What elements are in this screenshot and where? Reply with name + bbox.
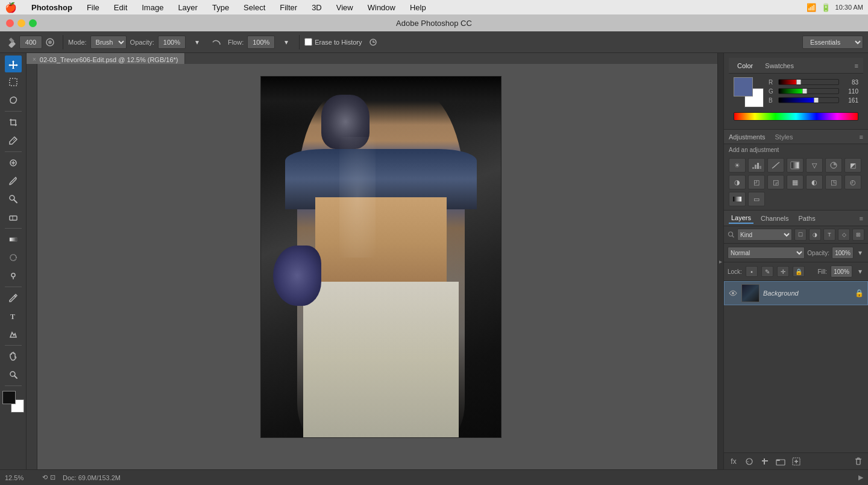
fill-expand-btn[interactable]: ▾ xyxy=(856,264,864,279)
hue-adj-icon[interactable] xyxy=(825,158,842,173)
flow-expand-icon[interactable]: ▾ xyxy=(278,34,294,50)
menu-edit[interactable]: Edit xyxy=(112,3,130,12)
foreground-color-swatch[interactable] xyxy=(2,391,16,404)
blur-tool[interactable] xyxy=(5,249,22,266)
blue-slider-thumb[interactable] xyxy=(814,97,819,103)
delete-layer-button[interactable] xyxy=(852,455,864,468)
layer-visibility-icon[interactable] xyxy=(728,288,738,298)
move-tool[interactable] xyxy=(5,55,22,72)
close-button[interactable] xyxy=(6,19,14,27)
tab-channels[interactable]: Channels xyxy=(758,214,791,223)
levels-adj-icon[interactable] xyxy=(748,158,765,173)
zoom-to-fit-icon[interactable]: ⊡ xyxy=(50,474,55,481)
zoom-button[interactable] xyxy=(29,19,37,27)
vibrance-adj-icon[interactable]: ▽ xyxy=(806,158,823,173)
bw-adj-icon[interactable]: ◑ xyxy=(729,175,746,189)
lasso-tool[interactable] xyxy=(5,92,22,109)
photo-filter-adj-icon[interactable]: ◰ xyxy=(748,175,765,189)
hand-tool[interactable] xyxy=(5,348,22,365)
layer-background[interactable]: Background 🔒 xyxy=(724,281,868,305)
brush-size-input[interactable]: 400 xyxy=(19,36,42,49)
filter-smart-icon[interactable]: ⊞ xyxy=(852,229,864,241)
eyedropper-tool[interactable] xyxy=(5,132,22,149)
gradient-map-adj-icon[interactable] xyxy=(729,192,746,206)
colorbalance-adj-icon[interactable]: ◩ xyxy=(844,158,861,173)
color-lookup-adj-icon[interactable]: ▦ xyxy=(787,175,804,189)
red-slider-thumb[interactable] xyxy=(796,79,801,85)
menu-file[interactable]: File xyxy=(84,3,102,12)
kind-filter-select[interactable]: Kind xyxy=(737,229,792,241)
minimize-button[interactable] xyxy=(17,19,25,27)
canvas-image[interactable] xyxy=(260,76,502,438)
menu-view[interactable]: View xyxy=(334,3,356,12)
panel-collapse-handle[interactable]: ▸ xyxy=(717,53,723,469)
tab-paths[interactable]: Paths xyxy=(796,214,818,223)
green-slider-track[interactable] xyxy=(778,88,839,94)
tab-close-icon[interactable]: × xyxy=(33,56,36,63)
menu-layer[interactable]: Layer xyxy=(175,3,200,12)
opacity-input[interactable] xyxy=(158,36,186,49)
eraser-tool-icon[interactable] xyxy=(4,34,19,50)
brush-picker-icon[interactable] xyxy=(42,34,58,50)
layers-panel-menu-icon[interactable]: ≡ xyxy=(860,215,863,222)
menu-filter[interactable]: Filter xyxy=(277,3,300,12)
menu-select[interactable]: Select xyxy=(241,3,268,12)
gradient-tool[interactable] xyxy=(5,231,22,248)
adjustments-tab[interactable]: Adjustments xyxy=(729,133,766,141)
blend-mode-select[interactable]: Normal Multiply Screen Overlay xyxy=(728,247,805,259)
rotate-view-icon[interactable]: ⟲ xyxy=(42,474,48,481)
path-select-tool[interactable] xyxy=(5,326,22,343)
menu-help[interactable]: Help xyxy=(407,3,429,12)
clone-stamp-tool[interactable] xyxy=(5,191,22,208)
color-spectrum-bar[interactable] xyxy=(734,112,858,121)
flow-input[interactable] xyxy=(247,36,275,49)
mode-select[interactable]: Brush Pencil xyxy=(90,36,127,49)
filter-pixel-icon[interactable]: ☐ xyxy=(794,229,807,241)
marquee-tool[interactable] xyxy=(5,74,22,90)
threshold-adj-icon[interactable]: ◴ xyxy=(844,175,861,189)
status-nav-arrow[interactable]: ▶ xyxy=(858,474,863,481)
foreground-color-box[interactable] xyxy=(734,77,753,97)
red-slider-track[interactable] xyxy=(778,79,839,85)
healing-brush-tool[interactable] xyxy=(5,154,22,171)
posterize-adj-icon[interactable]: ◳ xyxy=(825,175,842,189)
apple-menu[interactable]: 🍎 xyxy=(5,2,17,13)
tab-layers[interactable]: Layers xyxy=(729,213,753,224)
airbrush-icon[interactable] xyxy=(209,34,224,50)
pen-tool[interactable] xyxy=(5,290,22,306)
lock-position-icon[interactable]: ✛ xyxy=(777,266,789,277)
crop-tool[interactable] xyxy=(5,114,22,131)
menu-photoshop[interactable]: Photoshop xyxy=(29,3,75,12)
adj-panel-collapse[interactable]: ≡ xyxy=(860,133,863,141)
eraser-tool[interactable] xyxy=(5,209,22,226)
blue-slider-track[interactable] xyxy=(778,97,839,103)
tab-color[interactable]: Color xyxy=(734,61,756,71)
essentials-select[interactable]: Essentials xyxy=(802,36,863,49)
invert-adj-icon[interactable]: ◐ xyxy=(806,175,823,189)
dodge-tool[interactable] xyxy=(5,267,22,284)
brush-tool[interactable] xyxy=(5,173,22,189)
fill-value[interactable]: 100% xyxy=(831,265,852,277)
opacity-expand-btn[interactable]: ▾ xyxy=(856,245,864,261)
curves-adj-icon[interactable] xyxy=(767,158,784,173)
filter-shape-icon[interactable]: ◇ xyxy=(838,229,850,241)
filter-type-icon[interactable]: T xyxy=(823,229,835,241)
filter-adj-icon[interactable]: ◑ xyxy=(809,229,821,241)
menu-window[interactable]: Window xyxy=(365,3,398,12)
lock-transparent-icon[interactable]: ▪ xyxy=(746,266,758,277)
erase-to-history-checkbox[interactable] xyxy=(304,38,312,46)
opacity-expand-icon[interactable]: ▾ xyxy=(189,34,205,50)
selective-color-adj-icon[interactable]: ▭ xyxy=(748,192,765,206)
zoom-tool[interactable] xyxy=(5,366,22,383)
menu-type[interactable]: Type xyxy=(210,3,231,12)
traffic-lights[interactable] xyxy=(6,19,37,27)
new-layer-button[interactable] xyxy=(790,455,802,468)
color-swatches[interactable] xyxy=(2,391,24,413)
history-brush-icon[interactable] xyxy=(365,34,381,50)
styles-tab[interactable]: Styles xyxy=(775,133,793,141)
brightness-adj-icon[interactable]: ☀ xyxy=(729,158,746,173)
green-slider-thumb[interactable] xyxy=(802,88,807,94)
lock-all-icon[interactable]: 🔒 xyxy=(793,266,805,277)
erase-to-history-label[interactable]: Erase to History xyxy=(304,38,362,46)
channel-mixer-adj-icon[interactable]: ◲ xyxy=(767,175,784,189)
